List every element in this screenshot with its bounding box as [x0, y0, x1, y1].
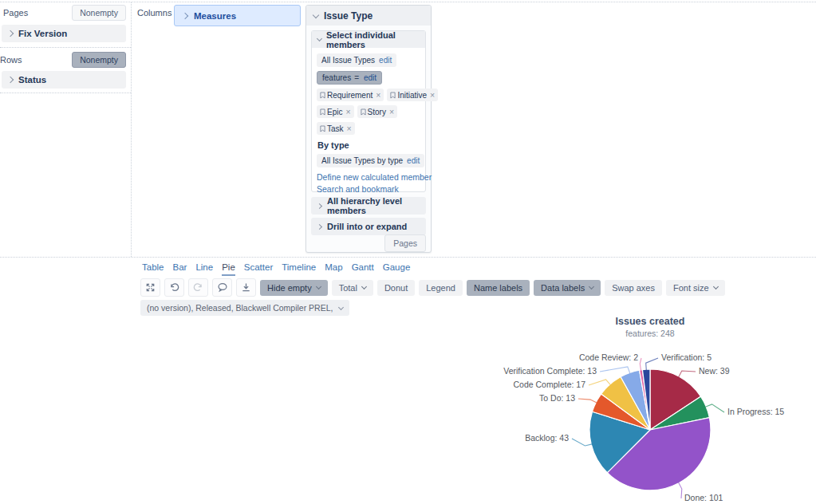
divider [0, 93, 131, 93]
chevron-down-icon [316, 284, 321, 289]
chart-title: Issues created [530, 316, 770, 327]
chevron-down-icon [313, 11, 319, 18]
download-icon[interactable] [236, 278, 256, 297]
member-chip-epic[interactable]: Epic× [317, 105, 354, 118]
status-label: Status [18, 75, 46, 85]
remove-icon[interactable]: × [376, 90, 380, 100]
select-members-box: Select individual members All Issue Type… [311, 30, 426, 192]
all-hierarchy-label: All hierarchy level members [327, 196, 420, 215]
pie-data-label: Code Complete: 17 [514, 380, 586, 389]
pages-nonempty-button[interactable]: Nonempty [72, 5, 126, 21]
remove-icon[interactable]: × [389, 107, 394, 116]
issue-type-panel-header[interactable]: Issue Type [306, 6, 431, 26]
define-calculated-member-link[interactable]: Define new calculated member [317, 171, 420, 183]
chart-subtitle: features: 248 [530, 329, 770, 338]
tab-gantt[interactable]: Gantt [352, 262, 374, 276]
bookmark-icon [390, 92, 396, 99]
chevron-right-icon [317, 203, 322, 208]
comment-icon[interactable] [212, 278, 232, 297]
pie-data-label: In Progress: 15 [727, 407, 784, 416]
chip-label: All Issue Types by type [321, 156, 403, 165]
by-type-label: By type [317, 140, 420, 150]
pie-data-label: New: 39 [699, 366, 730, 376]
tab-pie[interactable]: Pie [222, 262, 235, 276]
edit-link[interactable]: edit [364, 73, 376, 82]
chevron-down-icon [713, 284, 719, 289]
columns-label: Columns [137, 8, 171, 18]
total-button[interactable]: Total [332, 280, 373, 296]
button-label: Name labels [474, 283, 522, 293]
pie-data-label: To Do: 13 [539, 393, 575, 403]
member-chip-story[interactable]: Story× [357, 105, 397, 118]
all-hierarchy-level-members-bar[interactable]: All hierarchy level members [311, 197, 426, 215]
toolbar-buttons: Hide emptyTotalDonutLegendName labelsDat… [260, 280, 725, 296]
chevron-right-icon [7, 30, 14, 37]
pages-label: Pages [3, 8, 28, 18]
chip-label: Epic [327, 108, 342, 116]
pie-label-line [640, 358, 641, 371]
pages-target-button[interactable]: Pages [384, 234, 426, 252]
search-and-bookmark-link[interactable]: Search and bookmark [317, 183, 420, 195]
features-filter-chip[interactable]: features = edit [317, 71, 382, 85]
edit-link[interactable]: edit [407, 156, 420, 165]
chart-type-tabs: TableBarLinePieScatterTimelineMapGanttGa… [142, 262, 410, 276]
tab-line[interactable]: Line [195, 262, 213, 276]
remove-icon[interactable]: × [347, 124, 352, 133]
legend-button[interactable]: Legend [419, 280, 463, 296]
button-label: Font size [673, 283, 709, 293]
bookmark-icon [320, 92, 325, 99]
pie-data-label: Done: 101 [684, 493, 723, 502]
button-label: Legend [426, 283, 455, 293]
font-size-button[interactable]: Font size [666, 280, 725, 296]
chip-label: Story [368, 108, 386, 116]
divider [0, 47, 131, 48]
chevron-down-icon [589, 284, 594, 289]
chart-toolbar: Hide emptyTotalDonutLegendName labelsDat… [140, 278, 725, 297]
data-labels-button[interactable]: Data labels [534, 280, 601, 296]
rows-nonempty-button[interactable]: Nonempty [72, 52, 126, 68]
bookmark-icon [320, 125, 325, 132]
version-page-filter[interactable]: (no version), Released, Blackwell Compil… [140, 300, 349, 316]
pie-label-line [679, 482, 682, 498]
swap-axes-button[interactable]: Swap axes [605, 280, 662, 296]
select-individual-members-header[interactable]: Select individual members [312, 31, 425, 48]
all-issue-types-by-type-chip[interactable]: All Issue Types by type edit [317, 154, 424, 167]
member-chip-initiative[interactable]: Initiative× [387, 89, 438, 101]
tab-timeline[interactable]: Timeline [282, 262, 316, 276]
chevron-right-icon [7, 77, 14, 83]
dimension-measures[interactable]: Measures [174, 5, 301, 26]
remove-icon[interactable]: × [345, 107, 350, 116]
button-label: Total [339, 283, 357, 293]
divider [0, 257, 816, 258]
tab-scatter[interactable]: Scatter [244, 262, 273, 276]
fullscreen-icon[interactable] [140, 278, 160, 297]
dimension-status[interactable]: Status [2, 71, 126, 89]
rows-label: Rows [0, 55, 22, 65]
all-issue-types-chip[interactable]: All Issue Types edit [317, 53, 396, 67]
chevron-down-icon [317, 36, 322, 41]
member-chip-requirement[interactable]: Requirement× [317, 89, 384, 101]
pie-label-line [646, 358, 658, 370]
member-chip-task[interactable]: Task× [317, 122, 355, 135]
issue-type-title: Issue Type [324, 10, 373, 22]
select-individual-members-label: Select individual members [326, 30, 420, 49]
tab-map[interactable]: Map [325, 262, 342, 276]
undo-icon[interactable] [164, 278, 184, 297]
hide-empty-button[interactable]: Hide empty [260, 280, 328, 296]
pie-data-label: Verification Complete: 13 [503, 366, 597, 376]
redo-icon[interactable] [188, 278, 208, 297]
chevron-right-icon [182, 12, 188, 18]
remove-icon[interactable]: × [430, 90, 435, 100]
tab-gauge[interactable]: Gauge [383, 262, 411, 276]
edit-link[interactable]: edit [379, 56, 392, 65]
version-filter-value: (no version), Released, Blackwell Compil… [147, 303, 333, 313]
dimension-fix-version[interactable]: Fix Version [2, 25, 126, 42]
button-label: Swap axes [612, 283, 655, 293]
donut-button[interactable]: Donut [377, 280, 415, 296]
chip-label: features [322, 73, 351, 82]
tab-table[interactable]: Table [142, 262, 164, 276]
name-labels-button[interactable]: Name labels [467, 280, 530, 296]
tab-bar[interactable]: Bar [173, 262, 187, 276]
drill-into-or-expand-bar[interactable]: Drill into or expand [311, 218, 426, 235]
divider [131, 2, 132, 257]
